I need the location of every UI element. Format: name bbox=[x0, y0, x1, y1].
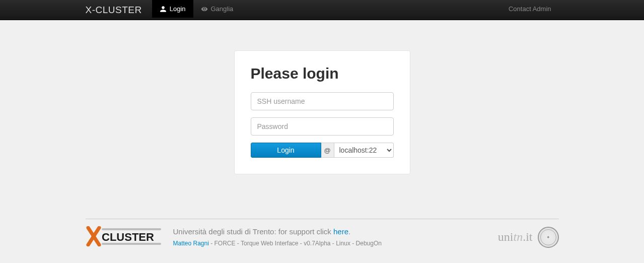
main: Please login Login @ localhost:22 bbox=[0, 20, 644, 219]
at-label: @ bbox=[321, 143, 334, 158]
university-seal-icon: ✦ bbox=[538, 227, 559, 248]
support-line: Università degli studi di Trento: for su… bbox=[173, 227, 486, 236]
user-icon bbox=[160, 6, 167, 13]
eye-icon bbox=[201, 6, 208, 13]
svg-rect-0 bbox=[102, 228, 161, 230]
footer: CLUSTER Università degli studi di Trento… bbox=[86, 219, 559, 263]
xcluster-logo: CLUSTER bbox=[86, 226, 161, 248]
navbar-inner: X-CLUSTER Login Ganglia bbox=[86, 0, 559, 20]
nav-login[interactable]: Login bbox=[152, 0, 193, 18]
host-select[interactable]: localhost:22 bbox=[334, 143, 394, 158]
support-suffix: . bbox=[348, 227, 350, 236]
support-prefix: Università degli studi di Trento: for su… bbox=[173, 227, 333, 236]
unitn-prefix: uni bbox=[498, 230, 514, 243]
navbar: X-CLUSTER Login Ganglia bbox=[0, 0, 644, 20]
credits-rest: - FORCE - Torque Web Interface - v0.7Alp… bbox=[209, 240, 382, 247]
footer-right: unitn.it ✦ bbox=[498, 227, 559, 248]
login-box: Please login Login @ localhost:22 bbox=[234, 50, 410, 174]
nav-contact-admin[interactable]: Contact Admin bbox=[501, 0, 559, 18]
password-input[interactable] bbox=[251, 117, 394, 136]
support-link[interactable]: here bbox=[333, 227, 348, 236]
credits-line: Matteo Ragni - FORCE - Torque Web Interf… bbox=[173, 240, 486, 247]
unitn-italic: tn bbox=[513, 230, 523, 243]
login-row: Login @ localhost:22 bbox=[251, 143, 394, 158]
nav-ganglia[interactable]: Ganglia bbox=[193, 0, 241, 18]
login-heading: Please login bbox=[251, 65, 394, 82]
login-button[interactable]: Login bbox=[251, 143, 321, 158]
nav-contact-label: Contact Admin bbox=[509, 5, 551, 13]
nav-right: Contact Admin bbox=[501, 0, 559, 20]
credits-author[interactable]: Matteo Ragni bbox=[173, 240, 209, 247]
nav-ganglia-label: Ganglia bbox=[211, 5, 234, 13]
logo-text: CLUSTER bbox=[102, 231, 154, 243]
nav-login-label: Login bbox=[170, 5, 186, 13]
nav-left: Login Ganglia bbox=[152, 0, 241, 20]
unitn-logo: unitn.it bbox=[498, 230, 533, 244]
svg-rect-1 bbox=[102, 243, 161, 245]
username-input[interactable] bbox=[251, 92, 394, 110]
unitn-suffix: .it bbox=[523, 230, 532, 243]
seal-inner: ✦ bbox=[546, 235, 550, 240]
brand[interactable]: X-CLUSTER bbox=[86, 0, 152, 20]
footer-text: Università degli studi di Trento: for su… bbox=[173, 227, 486, 247]
